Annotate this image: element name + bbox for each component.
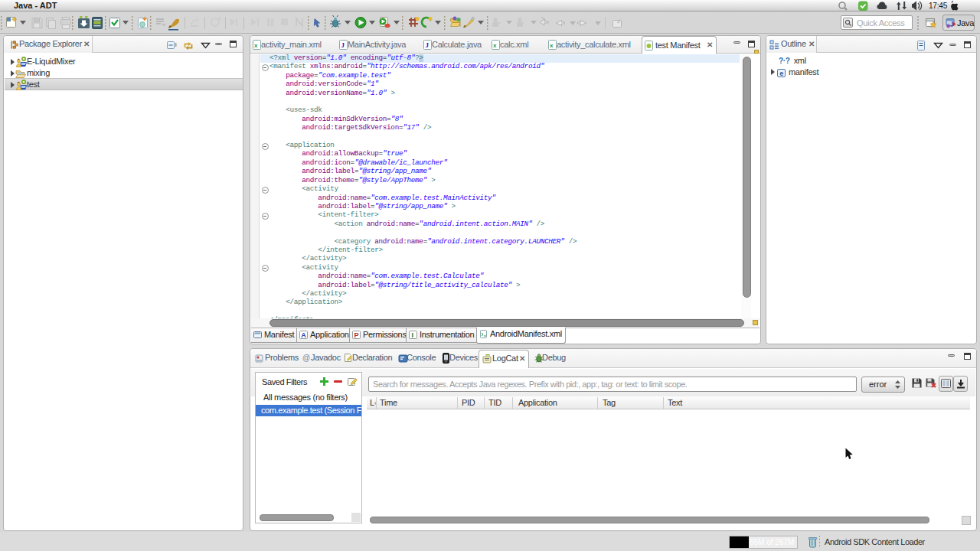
svg-text:P: P	[354, 331, 359, 339]
svg-text:x: x	[254, 42, 258, 49]
svg-text:J: J	[425, 41, 429, 49]
svg-text:x: x	[550, 42, 554, 49]
svg-text:A: A	[301, 331, 306, 339]
svg-text:J: J	[341, 41, 345, 49]
svg-text:J: J	[950, 20, 954, 28]
svg-text:17:45: 17:45	[929, 2, 948, 10]
svg-text:I: I	[412, 331, 413, 339]
svg-text:x: x	[493, 42, 497, 49]
